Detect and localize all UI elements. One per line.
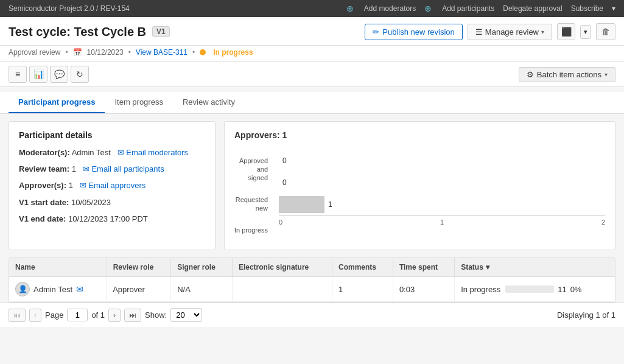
chart-bar-inprogress: [279, 196, 324, 213]
of-label: of 1: [91, 310, 105, 320]
trash-icon: 🗑: [601, 27, 610, 37]
chart-label-approved: Approvedandsigned: [234, 156, 268, 183]
x-axis-1: 1: [440, 219, 444, 226]
chart-view-button[interactable]: 📊: [29, 66, 47, 83]
displaying-text: Displaying 1 of 1: [557, 310, 615, 320]
approvers-chart-card: Approvers: 1 Approvedandsigned Requested…: [224, 121, 615, 250]
status-dot-icon: [200, 49, 206, 55]
progress-wrapper: 11 0%: [505, 285, 581, 294]
approver-value: 1: [69, 181, 73, 190]
email-moderators-link[interactable]: Email moderators: [126, 148, 188, 157]
tab-review-activity[interactable]: Review activity: [173, 92, 245, 113]
manage-review-button[interactable]: ☰ Manage review ▾: [468, 24, 552, 40]
refresh-button[interactable]: ↻: [71, 66, 89, 83]
end-date-value: 10/12/2023 17:00 PDT: [68, 214, 148, 223]
x-axis-2: 2: [601, 219, 605, 226]
participants-table-container: Name Review role Signer role Electronic …: [9, 257, 615, 303]
row-status: In progress: [461, 285, 500, 294]
participant-details-card: Participant details Moderator(s): Admin …: [9, 121, 216, 250]
page-label: Page: [45, 310, 63, 320]
moderator-value: Admin Test: [72, 148, 111, 157]
tab-item-progress[interactable]: Item progress: [105, 92, 172, 113]
table-row: 👤 Admin Test ✉ Approver N/A 1 0:03 In pr…: [9, 277, 615, 302]
col-electronic-sig: Electronic signature: [232, 258, 332, 277]
cell-name: 👤 Admin Test ✉: [9, 277, 107, 301]
cell-review-role: Approver: [107, 277, 171, 302]
main-content: Participant details Moderator(s): Admin …: [0, 114, 624, 257]
end-date-label: V1 end date:: [19, 214, 66, 223]
chart-label-requested: Requestednew: [234, 195, 268, 213]
chart-bar-row-inprogress: 1: [279, 194, 605, 215]
email-all-icon: ✉: [83, 164, 89, 173]
gear-icon: ⚙: [527, 70, 534, 79]
subscribe-dropdown-icon[interactable]: ▾: [612, 4, 615, 13]
email-all-link[interactable]: Email all participants: [91, 164, 164, 173]
review-team-label: Review team:: [19, 164, 69, 173]
view-base-link[interactable]: View BASE-311: [136, 48, 188, 57]
export-button[interactable]: ⬛: [557, 23, 575, 40]
approver-label: Approver(s):: [19, 181, 66, 190]
tab-participant-progress[interactable]: Participant progress: [9, 92, 105, 113]
top-navigation: Semiconductor Project 2.0 / REV-154 ⊕ Ad…: [0, 0, 624, 17]
page-title: Test cycle: Test Cycle B: [9, 25, 146, 39]
cell-comments: 1: [332, 277, 393, 302]
add-moderators-link[interactable]: Add moderators: [364, 4, 416, 13]
chart-bars: 0 0 1: [279, 150, 605, 215]
delegate-approval-link[interactable]: Delegate approval: [503, 4, 562, 13]
show-label: Show:: [145, 310, 167, 320]
cell-time-spent: 0:03: [393, 277, 454, 302]
start-date-row: V1 start date: 10/05/2023: [19, 197, 205, 208]
export-icon: ⬛: [561, 27, 572, 37]
chart-title: Approvers: 1: [234, 130, 605, 140]
avatar: 👤: [15, 282, 30, 296]
publish-revision-button[interactable]: ✏ Publish new revision: [365, 24, 463, 40]
col-comments: Comments: [332, 258, 393, 277]
chart-wrapper: 0 0 1 0 1 2: [279, 150, 605, 226]
status-sort-icon[interactable]: ▾: [486, 263, 489, 271]
page-input[interactable]: [67, 309, 88, 321]
participant-details-heading: Participant details: [19, 130, 205, 140]
chart-label-inprogress: In progress: [234, 226, 268, 234]
batch-dropdown-arrow: ▾: [605, 71, 608, 78]
chart-x-axis: 0 1 2: [279, 215, 605, 226]
chart-value-approved: 0: [282, 156, 291, 165]
subscribe-link[interactable]: Subscribe: [571, 4, 603, 13]
moderator-row: Moderator(s): Admin Test ✉ Email moderat…: [19, 147, 205, 158]
list-view-button[interactable]: ≡: [9, 66, 27, 83]
email-row-icon[interactable]: ✉: [76, 284, 83, 294]
calendar-icon: 📅: [73, 48, 82, 57]
chart-y-labels: Approvedandsigned Requestednew In progre…: [234, 150, 268, 241]
last-page-button[interactable]: ⏭: [124, 309, 141, 322]
breadcrumb: Semiconductor Project 2.0 / REV-154: [9, 4, 130, 13]
email-approvers-icon: ✉: [80, 181, 86, 190]
prev-page-button[interactable]: ‹: [29, 309, 41, 322]
x-axis-0: 0: [279, 219, 282, 226]
review-team-row: Review team: 1 ✉ Email all participants: [19, 164, 205, 175]
manage-dropdown-arrow: ▾: [541, 29, 544, 35]
col-name: Name: [9, 258, 107, 277]
add-participants-link[interactable]: Add participants: [442, 4, 494, 13]
review-team-value: 1: [72, 164, 76, 173]
start-date-value: 10/05/2023: [71, 198, 111, 207]
cell-signer-role: N/A: [171, 277, 233, 302]
progress-bar-bg: [505, 285, 554, 293]
chart-value-requested: 0: [282, 178, 291, 187]
email-approvers-link[interactable]: Email approvers: [88, 181, 145, 190]
progress-value: 11: [558, 285, 566, 294]
pencil-icon: ✏: [373, 27, 379, 37]
pagination: ⏮ ‹ Page of 1 › ⏭ Show: 20 50 100 Displa…: [0, 303, 624, 327]
batch-actions-button[interactable]: ⚙ Batch item actions ▾: [519, 67, 615, 82]
next-page-button[interactable]: ›: [108, 309, 121, 322]
refresh-icon: ↻: [76, 69, 83, 79]
list-view-icon: ≡: [15, 69, 20, 79]
comment-view-button[interactable]: 💬: [50, 66, 68, 83]
review-date: 10/12/2023: [87, 48, 124, 57]
first-page-button[interactable]: ⏮: [9, 309, 26, 322]
delete-button[interactable]: 🗑: [596, 23, 615, 40]
chart-bar-row-approved: 0: [279, 150, 605, 172]
review-type: Approval review: [9, 48, 60, 57]
show-select[interactable]: 20 50 100: [170, 308, 202, 322]
row-name: Admin Test: [33, 285, 72, 294]
export-dropdown-arrow[interactable]: ▾: [580, 25, 591, 39]
col-time-spent: Time spent: [393, 258, 454, 277]
